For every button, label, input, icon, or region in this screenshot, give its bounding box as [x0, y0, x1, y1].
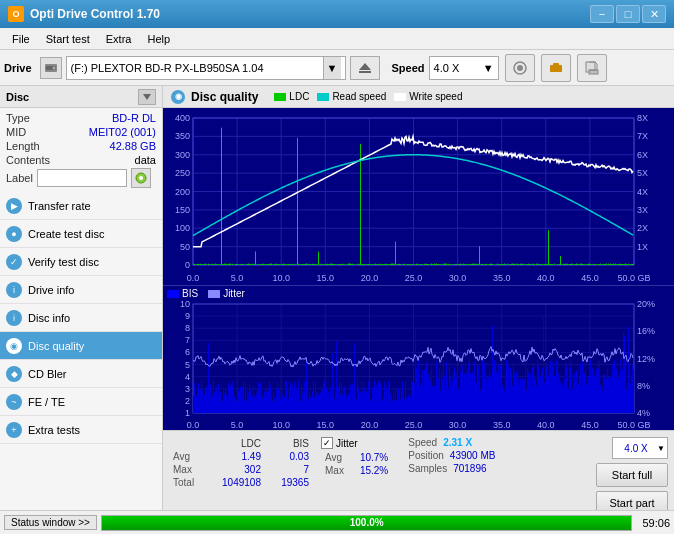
label-input[interactable] [37, 169, 127, 187]
length-value: 42.88 GB [110, 140, 156, 152]
sidebar-item-create-test-disc[interactable]: ● Create test disc [0, 220, 162, 248]
legend-bis: BIS [182, 288, 198, 299]
bottom-chart: BIS Jitter [163, 285, 674, 430]
disc-section-title: Disc [6, 91, 29, 103]
contents-label: Contents [6, 154, 50, 166]
disc-quality-label: Disc quality [28, 340, 84, 352]
menu-help[interactable]: Help [139, 31, 178, 47]
progress-bar-fill: 100.0% [102, 516, 632, 530]
chart-title: Disc quality [191, 90, 258, 104]
title-text: Opti Drive Control 1.70 [30, 7, 160, 21]
start-full-button[interactable]: Start full [596, 463, 668, 487]
toolbar-icon-3[interactable] [577, 54, 607, 82]
chart-header: ◉ Disc quality LDC Read speed Write spee… [163, 86, 674, 108]
sidebar-item-transfer-rate[interactable]: ▶ Transfer rate [0, 192, 162, 220]
speed-stat-label: Speed [408, 437, 437, 448]
maximize-button[interactable]: □ [616, 5, 640, 23]
transfer-rate-icon: ▶ [6, 198, 22, 214]
svg-rect-3 [359, 71, 371, 73]
stats-row-total-label: Total [169, 476, 205, 489]
stats-max-ldc: 302 [205, 463, 265, 476]
stats-bar: LDC BIS Avg 1.49 0.03 Max 302 7 [163, 430, 674, 510]
mid-value: MEIT02 (001) [89, 126, 156, 138]
stats-total-bis: 19365 [265, 476, 313, 489]
toolbar: Drive (F:) PLEXTOR BD-R PX-LB950SA 1.04 … [0, 50, 674, 86]
menu-file[interactable]: File [4, 31, 38, 47]
speed-dropdown-icon: ▼ [657, 444, 665, 453]
menu-bar: File Start test Extra Help [0, 28, 674, 50]
drive-dropdown-arrow[interactable]: ▼ [323, 57, 341, 79]
speed-stat-value: 2.31 X [443, 437, 472, 448]
menu-start-test[interactable]: Start test [38, 31, 98, 47]
sidebar-item-disc-info[interactable]: i Disc info [0, 304, 162, 332]
sidebar-item-disc-quality[interactable]: ◉ Disc quality [0, 332, 162, 360]
contents-value: data [135, 154, 156, 166]
stats-col-ldc: LDC [205, 437, 265, 450]
eject-button[interactable] [350, 56, 380, 80]
jitter-max-label: Max [321, 464, 348, 477]
svg-rect-8 [553, 63, 559, 66]
svg-marker-11 [143, 94, 151, 100]
stats-row-max-label: Max [169, 463, 205, 476]
disc-quality-icon: ◉ [6, 338, 22, 354]
legend-write-speed: Write speed [409, 91, 462, 102]
status-window-button[interactable]: Status window >> [4, 515, 97, 530]
toolbar-icon-2[interactable] [541, 54, 571, 82]
type-value: BD-R DL [112, 112, 156, 124]
extra-tests-label: Extra tests [28, 424, 80, 436]
close-button[interactable]: ✕ [642, 5, 666, 23]
progress-text: 100.0% [350, 517, 384, 528]
jitter-avg-label: Avg [321, 451, 348, 464]
jitter-max-value: 15.2% [356, 464, 392, 477]
menu-extra[interactable]: Extra [98, 31, 140, 47]
svg-point-2 [52, 66, 55, 69]
speed-label: Speed [392, 62, 425, 74]
transfer-rate-label: Transfer rate [28, 200, 91, 212]
chart-header-icon: ◉ [171, 90, 185, 104]
stats-avg-ldc: 1.49 [205, 450, 265, 463]
legend-jitter: Jitter [223, 288, 245, 299]
sidebar: Disc Type BD-R DL MID MEIT02 (001) Lengt… [0, 86, 163, 510]
svg-rect-10 [589, 70, 598, 74]
extra-tests-icon: + [6, 422, 22, 438]
svg-marker-4 [359, 63, 371, 70]
verify-test-disc-icon: ✓ [6, 254, 22, 270]
sidebar-item-extra-tests[interactable]: + Extra tests [0, 416, 162, 444]
type-label: Type [6, 112, 30, 124]
mid-label: MID [6, 126, 26, 138]
status-time: 59:06 [642, 517, 670, 529]
sidebar-item-verify-test-disc[interactable]: ✓ Verify test disc [0, 248, 162, 276]
jitter-avg-value: 10.7% [356, 451, 392, 464]
speed-select[interactable]: 4.0 X ▼ [429, 56, 499, 80]
fe-te-icon: ~ [6, 394, 22, 410]
label-icon-button[interactable] [131, 168, 151, 188]
progress-bar-container: 100.0% [101, 515, 633, 531]
stats-avg-bis: 0.03 [265, 450, 313, 463]
sidebar-item-cd-bler[interactable]: ◆ CD Bler [0, 360, 162, 388]
jitter-label: Jitter [336, 438, 358, 449]
toolbar-icon-1[interactable] [505, 54, 535, 82]
drive-select[interactable]: (F:) PLEXTOR BD-R PX-LB950SA 1.04 ▼ [66, 56, 346, 80]
start-part-button[interactable]: Start part [596, 491, 668, 510]
label-field-label: Label [6, 172, 33, 184]
sidebar-item-fe-te[interactable]: ~ FE / TE [0, 388, 162, 416]
sidebar-item-drive-info[interactable]: i Drive info [0, 276, 162, 304]
chart-legend: LDC Read speed Write speed [274, 91, 462, 102]
disc-header-btn[interactable] [138, 89, 156, 105]
length-label: Length [6, 140, 40, 152]
disc-section-header: Disc [0, 86, 162, 108]
drive-info-icon: i [6, 282, 22, 298]
drive-info-label: Drive info [28, 284, 74, 296]
stats-col-bis: BIS [265, 437, 313, 450]
minimize-button[interactable]: − [590, 5, 614, 23]
create-test-disc-icon: ● [6, 226, 22, 242]
speed-dropdown-select[interactable]: 4.0 X ▼ [612, 437, 668, 459]
drive-select-text: (F:) PLEXTOR BD-R PX-LB950SA 1.04 [71, 62, 319, 74]
svg-rect-7 [550, 65, 562, 72]
drive-label: Drive [4, 62, 32, 74]
jitter-checkbox[interactable]: ✓ [321, 437, 333, 449]
speed-dropdown-value: 4.0 X [615, 443, 657, 454]
cd-bler-icon: ◆ [6, 366, 22, 382]
legend-ldc: LDC [289, 91, 309, 102]
drive-icon [40, 57, 62, 79]
